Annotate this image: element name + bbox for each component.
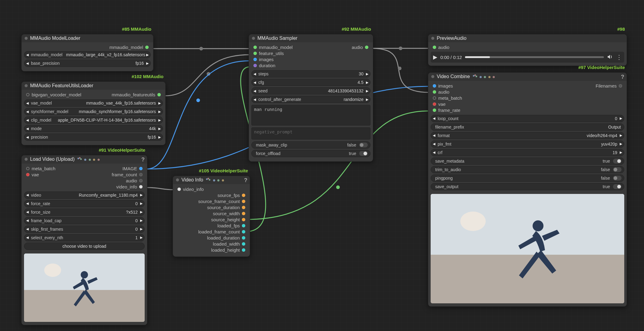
widget-mmaudio-model[interactable]: ◀ mmaudio_model mmaudio_large_44k_v2_fp1… <box>24 51 151 58</box>
collapse-dot-icon[interactable] <box>431 75 434 78</box>
arrow-right-icon[interactable]: ▶ <box>158 118 161 122</box>
output-slot-featureutils[interactable]: mmaudio_featureutils <box>112 92 163 97</box>
arrow-right-icon[interactable]: ▶ <box>146 53 149 57</box>
output-slot-video-info[interactable]: video_info <box>112 184 145 189</box>
input-slot-images[interactable]: images <box>251 57 293 62</box>
node-mmaudio-sampler[interactable]: #92 MMAudio MMAudio Sampler mmaudio_mode… <box>249 34 373 162</box>
input-slot-mmaudio-model[interactable]: mmaudio_model <box>251 45 293 50</box>
widget-control-after-generate[interactable]: ◀control_after_generate randomize▶ <box>251 96 370 103</box>
output-slot-source-width[interactable]: source_width <box>175 211 247 216</box>
widget-select-every-nth[interactable]: ◀select_every_nth 1▶ <box>24 234 145 241</box>
toggle-pill-icon[interactable] <box>613 184 622 189</box>
widget-cfg[interactable]: ◀cfg 4.5▶ <box>251 79 370 86</box>
audio-player[interactable]: ▶ 0:00 / 0:12 ⋮ <box>431 52 624 63</box>
prompt-textarea[interactable]: man running <box>251 105 370 126</box>
collapse-dot-icon[interactable] <box>25 158 28 161</box>
node-title-bar[interactable]: Video Info ? <box>173 176 250 184</box>
output-slot-loaded-frame-count[interactable]: loaded_frame_count <box>175 229 247 234</box>
toggle-pill-icon[interactable] <box>613 167 622 172</box>
arrow-right-icon[interactable]: ▶ <box>158 110 161 114</box>
node-title-bar[interactable]: Load Video (Upload) ? <box>22 155 147 164</box>
widget-precision[interactable]: ◀ precision fp16 ▶ <box>24 133 163 141</box>
arrow-right-icon[interactable]: ▶ <box>146 61 149 65</box>
input-slot-audio[interactable]: audio <box>431 89 462 95</box>
output-slot-source-fps[interactable]: source_fps <box>175 193 247 198</box>
widget-clip-model[interactable]: ◀ clip_model apple_DFN5B-CLIP-ViT-H-14-3… <box>24 116 163 124</box>
help-icon[interactable]: ? <box>244 177 247 184</box>
arrow-left-icon[interactable]: ◀ <box>26 61 29 65</box>
input-slot-feature-utils[interactable]: feature_utils <box>251 51 293 56</box>
output-slot-loaded-fps[interactable]: loaded_fps <box>175 223 247 228</box>
node-video-info[interactable]: #105 VideoHelperSuite Video Info ? video… <box>173 176 250 257</box>
arrow-left-icon[interactable]: ◀ <box>26 135 29 139</box>
toggle-pill-icon[interactable] <box>613 176 622 181</box>
node-load-video[interactable]: #91 VideoHelperSuite Load Video (Upload)… <box>21 155 147 325</box>
help-icon[interactable]: ? <box>621 74 624 80</box>
node-preview-audio[interactable]: #98 PreviewAudio audio ▶ 0:00 / 0:12 ⋮ <box>428 34 627 66</box>
widget-video[interactable]: ◀ video Runcomfy_example_1180.mp4 ▶ <box>24 191 145 199</box>
toggle-mask-away-clip[interactable]: mask_away_clip false <box>251 141 370 149</box>
widget-skip-first-frames[interactable]: ◀skip_first_frames 0▶ <box>24 226 145 233</box>
toggle-pill-icon[interactable] <box>613 159 622 164</box>
collapse-dot-icon[interactable] <box>25 37 28 40</box>
arrow-left-icon[interactable]: ◀ <box>26 110 29 114</box>
arrow-right-icon[interactable]: ▶ <box>139 193 143 197</box>
widget-crf[interactable]: ◀crf 19▶ <box>431 149 624 156</box>
node-mmaudio-featureutilsloader[interactable]: #102 MMAudio MMAudio FeatureUtilsLoader … <box>21 81 166 145</box>
widget-loop-count[interactable]: ◀loop_count 0▶ <box>431 115 624 122</box>
negative-prompt-textarea[interactable]: negative_prompt <box>251 127 370 140</box>
collapse-dot-icon[interactable] <box>176 178 179 181</box>
toggle-trim-to-audio[interactable]: trim_to_audio false <box>431 166 624 173</box>
input-slot-meta-batch[interactable]: meta_batch <box>431 95 462 101</box>
node-title-bar[interactable]: MMAudio Sampler <box>249 34 373 42</box>
volume-icon[interactable] <box>607 54 613 61</box>
toggle-pill-icon[interactable] <box>359 143 368 147</box>
input-slot-meta-batch[interactable]: meta_batch <box>24 166 55 171</box>
collapse-dot-icon[interactable] <box>25 84 28 87</box>
output-slot-filenames[interactable]: Filenames <box>596 83 624 88</box>
output-slot-source-duration[interactable]: source_duration <box>175 205 247 210</box>
node-title-bar[interactable]: PreviewAudio <box>428 34 627 42</box>
output-slot-audio[interactable]: audio <box>352 45 370 50</box>
collapse-dot-icon[interactable] <box>431 37 434 40</box>
toggle-pingpong[interactable]: pingpong false <box>431 174 624 182</box>
input-slot-duration[interactable]: duration <box>251 63 293 68</box>
arrow-left-icon[interactable]: ◀ <box>26 53 29 57</box>
toggle-save-metadata[interactable]: save_metadata true <box>431 157 624 165</box>
toggle-pill-icon[interactable] <box>359 151 368 156</box>
widget-pix-fmt[interactable]: ◀pix_fmt yuv420p▶ <box>431 140 624 148</box>
input-slot-audio[interactable]: audio <box>431 45 624 50</box>
output-slot-image[interactable]: IMAGE <box>112 166 145 171</box>
input-slot-video-info[interactable]: video_info <box>175 187 247 192</box>
widget-seed[interactable]: ◀seed 481413390453132▶ <box>251 87 370 95</box>
widget-force-rate[interactable]: ◀force_rate 0▶ <box>24 200 145 207</box>
node-title-bar[interactable]: MMAudio ModelLoader <box>22 34 153 42</box>
widget-mode[interactable]: ◀ mode 44k ▶ <box>24 125 163 132</box>
widget-base-precision[interactable]: ◀ base_precision fp16 ▶ <box>24 60 151 67</box>
arrow-left-icon[interactable]: ◀ <box>26 127 29 131</box>
input-slot-vae[interactable]: vae <box>24 172 55 177</box>
arrow-left-icon[interactable]: ◀ <box>26 101 29 105</box>
output-slot-frame-count[interactable]: frame_count <box>112 172 145 177</box>
widget-frame-load-cap[interactable]: ◀frame_load_cap 0▶ <box>24 217 145 224</box>
menu-dots-icon[interactable]: ⋮ <box>616 53 622 61</box>
input-slot-images[interactable]: images <box>431 83 462 88</box>
widget-format[interactable]: ◀format video/h264-mp4▶ <box>431 132 624 139</box>
node-mmaudio-modelloader[interactable]: #85 MMAudio MMAudio ModelLoader mmaudio_… <box>21 34 153 71</box>
output-slot-loaded-height[interactable]: loaded_height <box>175 247 247 253</box>
arrow-left-icon[interactable]: ◀ <box>26 193 29 197</box>
output-slot-audio[interactable]: audio <box>112 178 145 183</box>
widget-filename-prefix[interactable]: filename_prefix Output <box>431 123 624 131</box>
output-slot-source-frame-count[interactable]: source_frame_count <box>175 199 247 204</box>
input-slot-vae[interactable]: vae <box>431 102 462 107</box>
collapse-dot-icon[interactable] <box>252 37 255 40</box>
widget-steps[interactable]: ◀steps 30▶ <box>251 70 370 78</box>
arrow-right-icon[interactable]: ▶ <box>158 135 161 139</box>
arrow-right-icon[interactable]: ▶ <box>158 101 161 105</box>
input-slot-frame-rate[interactable]: frame_rate <box>431 108 462 113</box>
play-icon[interactable]: ▶ <box>433 54 437 60</box>
audio-seekbar[interactable] <box>465 56 604 58</box>
output-slot-mmaudio-model[interactable]: mmaudio_model <box>24 45 151 50</box>
output-slot-loaded-duration[interactable]: loaded_duration <box>175 235 247 240</box>
node-title-bar[interactable]: MMAudio FeatureUtilsLoader <box>22 82 165 90</box>
